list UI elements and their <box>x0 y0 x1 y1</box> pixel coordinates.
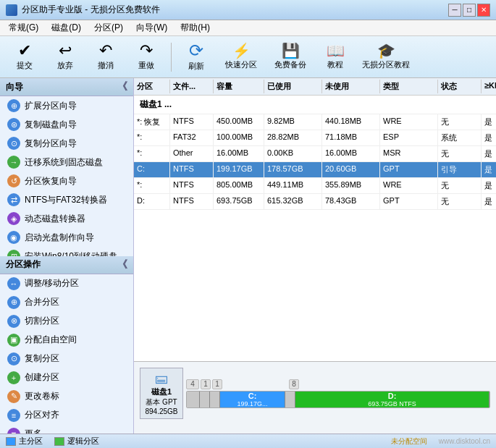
sidebar-item-merge[interactable]: ⊕ 合并分区 <box>0 293 133 312</box>
menu-disk[interactable]: 磁盘(D) <box>46 21 87 35</box>
tutorial-button[interactable]: 📖 教程 <box>316 40 354 75</box>
create-partition-icon: + <box>7 371 20 384</box>
cell-align: 是 <box>482 178 496 193</box>
part-num-spacer <box>224 379 289 389</box>
partition-track[interactable]: C: 199.17G... D: 693.75GB NTFS <box>186 391 490 408</box>
sidebar-item-change-label[interactable]: ✎ 更改卷标 <box>0 387 133 406</box>
cell-used: 0.00KB <box>264 146 322 161</box>
table-row[interactable]: *: Other 16.00MB 0.00KB 16.00MB MSR 无 是 <box>134 146 496 162</box>
partition-numbers: 4 1 1 8 <box>186 379 490 389</box>
sidebar-item-allocate-space[interactable]: ▣ 分配自由空间 <box>0 331 133 350</box>
cell-status: 无 <box>438 178 482 193</box>
cell-used: 178.57GB <box>264 162 322 177</box>
redo-button[interactable]: ↷ 重做 <box>127 40 165 75</box>
boot-disc-label: 启动光盘制作向导 <box>25 232 94 244</box>
minimize-button[interactable]: ─ <box>448 4 461 17</box>
cell-free: 440.18MB <box>322 114 380 130</box>
maximize-button[interactable]: □ <box>463 4 476 17</box>
sidebar-item-copy-disk[interactable]: ⊛ 复制磁盘向导 <box>0 115 133 134</box>
quick-partition-button[interactable]: ⚡ 快速分区 <box>218 40 264 75</box>
part-num: 4 <box>186 379 199 389</box>
menu-help[interactable]: 帮助(H) <box>175 21 216 35</box>
wizard-section-header: 向导 《 <box>0 78 133 96</box>
disk-visual-row: 🖴 磁盘1 基本 GPT 894.25GB 4 1 1 8 <box>140 368 490 419</box>
sidebar-item-recover-partition[interactable]: ↺ 分区恢复向导 <box>0 172 133 190</box>
partition-segment-msr[interactable] <box>210 392 220 407</box>
change-label-label: 更改卷标 <box>25 390 59 402</box>
cell-fs: NTFS <box>170 162 214 177</box>
sidebar-item-resize[interactable]: ↔ 调整/移动分区 <box>0 274 133 293</box>
cell-free: 71.18MB <box>322 130 380 145</box>
primary-partition-color <box>6 437 16 446</box>
dynamic-disk-label: 动态磁盘转换器 <box>25 213 85 225</box>
cell-align: 是 <box>482 146 496 161</box>
align-partition-label: 分区对齐 <box>25 409 59 421</box>
sidebar-item-create-partition[interactable]: + 创建分区 <box>0 368 133 387</box>
sidebar-item-align-partition[interactable]: ≡ 分区对齐 <box>0 406 133 425</box>
ntfs-fat32-icon: ⇄ <box>7 193 20 206</box>
disk-visual-label: 磁盘1 <box>151 386 172 397</box>
undo-icon: ↶ <box>99 43 112 59</box>
sidebar-item-install-usb[interactable]: ⊞ 安装Win8/10到移动硬盘 <box>0 247 133 256</box>
menu-wizard[interactable]: 向导(W) <box>130 21 173 35</box>
disk-visual-area: 🖴 磁盘1 基本 GPT 894.25GB 4 1 1 8 <box>134 361 496 434</box>
sidebar-item-dynamic-disk[interactable]: ◈ 动态磁盘转换器 <box>0 209 133 228</box>
col-header-used: 已使用 <box>264 80 322 93</box>
discard-button[interactable]: ↩ 放弃 <box>46 40 84 75</box>
backup-icon: 💾 <box>282 43 300 58</box>
backup-button[interactable]: 💾 免费备份 <box>267 40 314 75</box>
split-label: 切割分区 <box>25 315 59 327</box>
sidebar-item-copy-partition-op[interactable]: ⊙ 复制分区 <box>0 350 133 368</box>
expand-partition-label: 扩展分区向导 <box>25 100 77 112</box>
sidebar-item-split[interactable]: ⊗ 切割分区 <box>0 312 133 331</box>
cell-align: 是 <box>482 162 496 177</box>
table-row[interactable]: *: 恢复 NTFS 450.00MB 9.82MB 440.18MB WRE … <box>134 114 496 130</box>
table-body[interactable]: *: 恢复 NTFS 450.00MB 9.82MB 440.18MB WRE … <box>134 114 496 361</box>
table-row[interactable]: C: NTFS 199.17GB 178.57GB 20.60GB GPT 引导… <box>134 162 496 178</box>
status-bar: 主分区 逻辑分区 未分配空间 www.disktool.cn <box>0 434 496 448</box>
table-row[interactable]: *: NTFS 805.00MB 449.11MB 355.89MB WRE 无… <box>134 178 496 194</box>
operations-collapse-button[interactable]: 《 <box>117 258 127 271</box>
disk-visual-size: 894.25GB <box>145 407 177 415</box>
undo-button[interactable]: ↶ 撤消 <box>87 40 125 75</box>
cell-type: WRE <box>380 178 438 193</box>
change-label-icon: ✎ <box>7 390 20 403</box>
redo-icon: ↷ <box>140 43 153 59</box>
menu-partition[interactable]: 分区(P) <box>88 21 129 35</box>
partition-segment-esp[interactable] <box>200 392 210 407</box>
cell-status: 无 <box>438 146 482 161</box>
tutorial-label: 教程 <box>327 59 343 70</box>
wizard-items: ⊕ 扩展分区向导 ⊛ 复制磁盘向导 ⊙ 复制分区向导 → 迁移系统到固态磁盘 ↺… <box>0 96 133 256</box>
sidebar-item-migrate-ssd[interactable]: → 迁移系统到固态磁盘 <box>0 153 133 172</box>
dynamic-disk-icon: ◈ <box>7 212 20 225</box>
sidebar-item-boot-disc[interactable]: ◉ 启动光盘制作向导 <box>0 228 133 247</box>
table-row[interactable]: *: FAT32 100.00MB 28.82MB 71.18MB ESP 系统… <box>134 130 496 146</box>
cell-partition: D: <box>134 194 170 209</box>
sidebar-item-ntfs-fat32[interactable]: ⇄ NTFS与FAT32转换器 <box>0 190 133 209</box>
lossless-tutorial-button[interactable]: 🎓 无损分区教程 <box>357 40 415 75</box>
disk-info-box: 🖴 磁盘1 基本 GPT 894.25GB <box>140 368 183 419</box>
content-area: 分区 文件... 容量 已使用 未使用 类型 状态 ≥KB... 磁盘1 ...… <box>134 78 496 434</box>
sidebar-item-copy-partition[interactable]: ⊙ 复制分区向导 <box>0 134 133 153</box>
more-label: 更多... <box>25 428 49 434</box>
cell-align: 是 <box>482 130 496 145</box>
ntfs-fat32-label: NTFS与FAT32转换器 <box>25 194 107 206</box>
menu-general[interactable]: 常规(G) <box>3 21 44 35</box>
cell-align: 是 <box>482 194 496 209</box>
col-header-status: 状态 <box>438 80 482 93</box>
partition-segment-d[interactable]: D: 693.75GB NTFS <box>295 392 489 407</box>
table-row[interactable]: D: NTFS 693.75GB 615.32GB 78.43GB GPT 无 … <box>134 194 496 210</box>
col-header-size: 容量 <box>214 80 264 93</box>
partition-segment-recovery[interactable] <box>187 392 200 407</box>
wizard-collapse-button[interactable]: 《 <box>117 80 127 93</box>
sidebar-item-more[interactable]: ▼ 更多... <box>0 425 133 434</box>
close-button[interactable]: ✕ <box>477 4 490 17</box>
refresh-button[interactable]: ⟳ 刷新 <box>177 40 215 75</box>
disk-drive-icon: 🖴 <box>155 371 168 386</box>
allocate-space-icon: ▣ <box>7 334 20 347</box>
cell-used: 615.32GB <box>264 194 322 209</box>
sidebar-item-expand-partition[interactable]: ⊕ 扩展分区向导 <box>0 96 133 115</box>
submit-button[interactable]: ✔ 提交 <box>6 40 43 75</box>
partition-segment-wre[interactable] <box>285 392 295 407</box>
partition-segment-c[interactable]: C: 199.17G... <box>220 392 285 407</box>
